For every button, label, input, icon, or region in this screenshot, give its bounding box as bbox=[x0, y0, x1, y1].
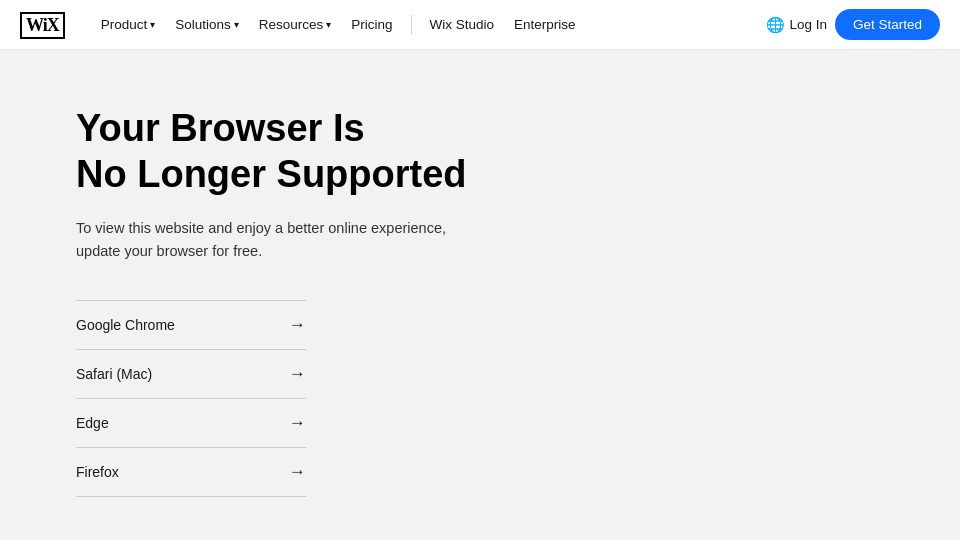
browser-item-edge[interactable]: Edge→ bbox=[76, 399, 306, 448]
headline-line2: No Longer Supported bbox=[76, 153, 467, 195]
browser-name: Firefox bbox=[76, 464, 119, 480]
main-content: Your Browser Is No Longer Supported To v… bbox=[0, 50, 960, 540]
wix-logo: WiX bbox=[20, 11, 65, 39]
browser-name: Google Chrome bbox=[76, 317, 175, 333]
browser-item-google-chrome[interactable]: Google Chrome→ bbox=[76, 300, 306, 350]
navbar: WiX Product▾Solutions▾Resources▾PricingW… bbox=[0, 0, 960, 50]
nav-link-enterprise[interactable]: Enterprise bbox=[506, 11, 584, 38]
browser-name: Safari (Mac) bbox=[76, 366, 152, 382]
arrow-icon: → bbox=[289, 413, 306, 433]
headline-line1: Your Browser Is bbox=[76, 107, 365, 149]
nav-link-product[interactable]: Product▾ bbox=[93, 11, 164, 38]
nav-right: 🌐 Log In Get Started bbox=[766, 9, 940, 40]
login-button[interactable]: 🌐 Log In bbox=[766, 16, 827, 34]
arrow-icon: → bbox=[289, 462, 306, 482]
nav-link-wix-studio[interactable]: Wix Studio bbox=[422, 11, 503, 38]
subtitle: To view this website and enjoy a better … bbox=[76, 217, 456, 263]
browser-name: Edge bbox=[76, 415, 109, 431]
arrow-icon: → bbox=[289, 315, 306, 335]
get-started-button[interactable]: Get Started bbox=[835, 9, 940, 40]
chevron-down-icon: ▾ bbox=[326, 19, 331, 30]
chevron-down-icon: ▾ bbox=[150, 19, 155, 30]
nav-divider bbox=[411, 15, 412, 35]
browser-item-safari--mac-[interactable]: Safari (Mac)→ bbox=[76, 350, 306, 399]
browser-list: Google Chrome→Safari (Mac)→Edge→Firefox→ bbox=[76, 300, 306, 497]
nav-link-pricing[interactable]: Pricing bbox=[343, 11, 400, 38]
nav-link-resources[interactable]: Resources▾ bbox=[251, 11, 340, 38]
globe-icon: 🌐 bbox=[766, 16, 785, 34]
browser-item-firefox[interactable]: Firefox→ bbox=[76, 448, 306, 497]
wix-logo-text: WiX bbox=[20, 12, 65, 39]
login-label: Log In bbox=[789, 17, 827, 32]
nav-link-solutions[interactable]: Solutions▾ bbox=[167, 11, 247, 38]
chevron-down-icon: ▾ bbox=[234, 19, 239, 30]
headline: Your Browser Is No Longer Supported bbox=[76, 106, 576, 197]
arrow-icon: → bbox=[289, 364, 306, 384]
nav-links: Product▾Solutions▾Resources▾PricingWix S… bbox=[93, 11, 767, 38]
